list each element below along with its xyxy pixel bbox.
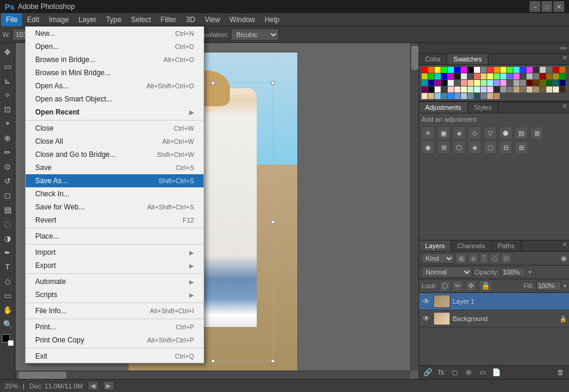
menu-row-browse-in-bridge---[interactable]: Browse in Bridge...Alt+Ctrl+O: [26, 53, 204, 66]
color-swatch[interactable]: [507, 87, 513, 92]
color-swatch[interactable]: [520, 73, 526, 79]
color-swatch[interactable]: [461, 87, 467, 92]
menu-row-exit[interactable]: ExitCtrl+Q: [26, 350, 204, 363]
color-swatch[interactable]: [487, 93, 493, 99]
pen-tool[interactable]: ✒: [1, 246, 14, 259]
color-swatch[interactable]: [546, 87, 552, 92]
interpolation-select[interactable]: Bicubic: [231, 29, 279, 41]
layer1-visibility[interactable]: 👁: [422, 297, 431, 306]
color-swatch[interactable]: [428, 80, 434, 86]
color-swatch[interactable]: [428, 73, 434, 79]
lock-move-icon[interactable]: ✥: [466, 280, 476, 291]
menu-row-open-as-smart-object---[interactable]: Open as Smart Object...: [26, 92, 204, 106]
color-swatch[interactable]: [540, 73, 546, 79]
color-swatch[interactable]: [540, 87, 546, 92]
color-swatch[interactable]: [553, 87, 559, 92]
menu-row-new---[interactable]: New...Ctrl+N: [26, 27, 204, 40]
pixel-filter-icon[interactable]: ▣: [456, 253, 467, 264]
adj-threshold[interactable]: ◈: [468, 141, 481, 154]
menu-row-close-and-go-to-bridge---[interactable]: Close and Go to Bridge...Shift+Ctrl+W: [26, 148, 204, 161]
color-swatch[interactable]: [507, 80, 513, 86]
menu-row-revert[interactable]: RevertF12: [26, 214, 204, 227]
layer-row-background[interactable]: 👁 Background 🔒: [419, 310, 569, 328]
color-swatch[interactable]: [500, 73, 506, 79]
fill-arrow[interactable]: ▾: [564, 283, 567, 289]
color-swatch[interactable]: [428, 67, 434, 73]
color-swatch[interactable]: [500, 67, 506, 73]
color-swatch[interactable]: [494, 80, 500, 86]
color-swatch[interactable]: [435, 93, 441, 99]
color-swatch[interactable]: [553, 80, 559, 86]
color-swatch[interactable]: [422, 67, 427, 73]
menu-row-save-as---[interactable]: Save As...Shift+Ctrl+S: [26, 174, 204, 187]
color-swatch[interactable]: [422, 93, 427, 99]
color-swatch[interactable]: [474, 93, 480, 99]
color-swatch[interactable]: [474, 80, 480, 86]
menu-row-export[interactable]: Export▶: [26, 259, 204, 272]
menu-row-close-all[interactable]: Close AllAlt+Ctrl+W: [26, 135, 204, 148]
menu-row-browse-in-mini-bridge---[interactable]: Browse in Mini Bridge...: [26, 66, 204, 79]
canvas-vscrollbar[interactable]: [410, 43, 419, 371]
status-nav-left[interactable]: ◀: [88, 381, 99, 390]
color-swatch[interactable]: [487, 87, 493, 92]
color-swatch[interactable]: [494, 93, 500, 99]
color-swatch[interactable]: [454, 80, 460, 86]
magic-wand-tool[interactable]: ✧: [1, 88, 14, 101]
smart-filter-icon[interactable]: ⊞: [501, 253, 512, 264]
adj-levels[interactable]: ▣: [437, 126, 450, 140]
tab-styles[interactable]: Styles: [468, 102, 499, 113]
type-filter-icon[interactable]: T: [479, 253, 488, 264]
tab-channels[interactable]: Channels: [451, 240, 491, 251]
color-swatch[interactable]: [467, 93, 473, 99]
panel-collapse-icon[interactable]: «»: [560, 45, 567, 51]
color-swatch[interactable]: [520, 87, 526, 92]
color-swatch[interactable]: [527, 67, 533, 73]
background-visibility[interactable]: 👁: [422, 314, 431, 323]
color-swatch[interactable]: [435, 73, 441, 79]
menu-item-filter[interactable]: Filter: [156, 13, 182, 26]
color-swatch[interactable]: [553, 67, 559, 73]
blur-tool[interactable]: ◌: [1, 217, 14, 230]
lock-trans-icon[interactable]: ⬡: [439, 280, 450, 291]
adj-curves[interactable]: ◈: [453, 126, 466, 140]
menu-item-file[interactable]: File: [1, 13, 22, 26]
menu-row-open---[interactable]: Open...Ctrl+O: [26, 40, 204, 53]
color-swatch[interactable]: [461, 73, 467, 79]
color-swatch[interactable]: [513, 80, 519, 86]
maximize-button[interactable]: □: [542, 1, 552, 12]
lock-all-icon[interactable]: 🔒: [479, 280, 493, 291]
color-swatch[interactable]: [481, 80, 487, 86]
menu-item-layer[interactable]: Layer: [73, 13, 101, 26]
adj-vibrance[interactable]: ▽: [484, 126, 497, 140]
color-swatch[interactable]: [428, 87, 434, 92]
color-swatch[interactable]: [481, 67, 487, 73]
menu-item-window[interactable]: Window: [225, 13, 260, 26]
color-swatch[interactable]: [435, 87, 441, 92]
marquee-tool[interactable]: ▭: [1, 60, 14, 73]
color-swatch[interactable]: [487, 67, 493, 73]
color-swatch[interactable]: [546, 73, 552, 79]
type-tool[interactable]: T: [1, 260, 14, 273]
color-swatch[interactable]: [441, 93, 447, 99]
color-swatch[interactable]: [474, 67, 480, 73]
menu-item-3d[interactable]: 3D: [181, 13, 199, 26]
layer-row-1[interactable]: 👁 Layer 1: [419, 293, 569, 310]
color-swatch[interactable]: [467, 80, 473, 86]
color-swatch[interactable]: [448, 67, 454, 73]
menu-row-print-one-copy[interactable]: Print One CopyAlt+Shift+Ctrl+P: [26, 334, 204, 347]
layers-filter-toggle[interactable]: ◉: [561, 254, 567, 263]
menu-row-automate[interactable]: Automate▶: [26, 275, 204, 288]
layers-kind-select[interactable]: Kind: [422, 253, 454, 264]
color-swatch[interactable]: [520, 67, 526, 73]
color-swatch[interactable]: [422, 80, 427, 86]
color-swatch[interactable]: [553, 73, 559, 79]
menu-item-select[interactable]: Select: [126, 13, 155, 26]
color-swatch[interactable]: [533, 67, 539, 73]
color-swatch[interactable]: [448, 93, 454, 99]
color-swatch[interactable]: [454, 67, 460, 73]
swatches-menu-icon[interactable]: ≡: [561, 54, 569, 64]
delete-layer-button[interactable]: 🗑: [555, 367, 567, 378]
color-swatch[interactable]: [559, 67, 565, 73]
group-button[interactable]: ▭: [476, 367, 488, 378]
color-swatch[interactable]: [441, 73, 447, 79]
